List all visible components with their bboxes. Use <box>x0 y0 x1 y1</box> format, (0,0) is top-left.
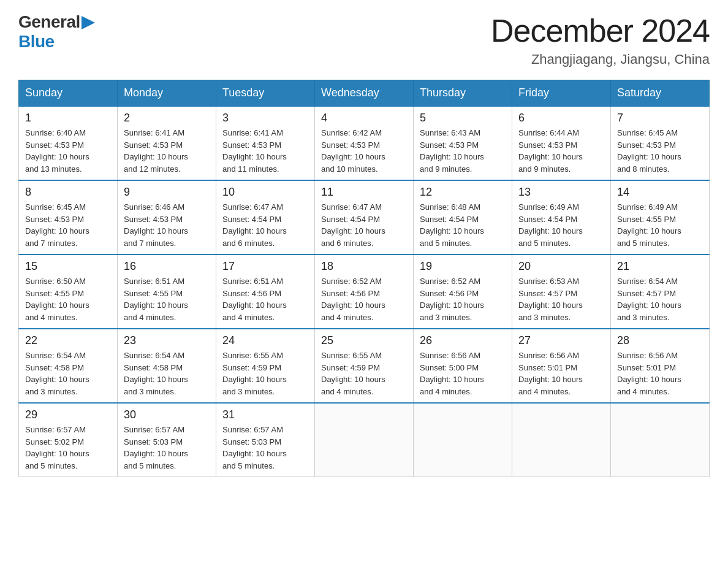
calendar-cell: 13 Sunrise: 6:49 AM Sunset: 4:54 PM Dayl… <box>512 180 611 255</box>
week-row-4: 22 Sunrise: 6:54 AM Sunset: 4:58 PM Dayl… <box>19 329 710 403</box>
logo-general-text: General <box>18 12 80 32</box>
day-detail: Sunrise: 6:51 AM Sunset: 4:55 PM Dayligh… <box>124 275 210 323</box>
calendar-cell: 9 Sunrise: 6:46 AM Sunset: 4:53 PM Dayli… <box>118 180 216 255</box>
calendar-cell: 2 Sunrise: 6:41 AM Sunset: 4:53 PM Dayli… <box>118 106 216 180</box>
day-number: 13 <box>518 186 604 199</box>
day-detail: Sunrise: 6:52 AM Sunset: 4:56 PM Dayligh… <box>321 275 407 323</box>
calendar-cell: 15 Sunrise: 6:50 AM Sunset: 4:55 PM Dayl… <box>19 255 118 329</box>
calendar-cell: 12 Sunrise: 6:48 AM Sunset: 4:54 PM Dayl… <box>414 180 512 255</box>
day-detail: Sunrise: 6:49 AM Sunset: 4:54 PM Dayligh… <box>518 201 604 249</box>
logo-arrow-icon <box>82 16 95 29</box>
calendar-cell: 3 Sunrise: 6:41 AM Sunset: 4:53 PM Dayli… <box>216 106 315 180</box>
day-detail: Sunrise: 6:41 AM Sunset: 4:53 PM Dayligh… <box>222 127 308 175</box>
day-number: 3 <box>222 112 308 124</box>
day-detail: Sunrise: 6:40 AM Sunset: 4:53 PM Dayligh… <box>25 127 111 175</box>
day-detail: Sunrise: 6:44 AM Sunset: 4:53 PM Dayligh… <box>518 127 604 175</box>
day-detail: Sunrise: 6:51 AM Sunset: 4:56 PM Dayligh… <box>222 275 308 323</box>
calendar-cell: 1 Sunrise: 6:40 AM Sunset: 4:53 PM Dayli… <box>19 106 118 180</box>
day-number: 21 <box>617 260 703 273</box>
header-thursday: Thursday <box>414 80 512 107</box>
calendar-cell: 14 Sunrise: 6:49 AM Sunset: 4:55 PM Dayl… <box>611 180 710 255</box>
calendar-cell <box>414 403 512 477</box>
day-number: 31 <box>222 408 308 421</box>
week-row-5: 29 Sunrise: 6:57 AM Sunset: 5:02 PM Dayl… <box>19 403 710 477</box>
day-number: 10 <box>222 186 308 199</box>
day-number: 1 <box>25 112 111 124</box>
day-number: 30 <box>124 408 210 421</box>
calendar-cell: 21 Sunrise: 6:54 AM Sunset: 4:57 PM Dayl… <box>611 255 710 329</box>
day-detail: Sunrise: 6:53 AM Sunset: 4:57 PM Dayligh… <box>518 275 604 323</box>
calendar-cell: 22 Sunrise: 6:54 AM Sunset: 4:58 PM Dayl… <box>19 329 118 403</box>
day-number: 24 <box>222 334 308 347</box>
day-number: 22 <box>25 334 111 347</box>
header-sunday: Sunday <box>19 80 118 107</box>
day-number: 8 <box>25 186 111 199</box>
calendar-cell: 25 Sunrise: 6:55 AM Sunset: 4:59 PM Dayl… <box>315 329 414 403</box>
page-header: General Blue December 2024 Zhangjiagang,… <box>18 12 710 67</box>
calendar-cell: 17 Sunrise: 6:51 AM Sunset: 4:56 PM Dayl… <box>216 255 315 329</box>
day-number: 19 <box>420 260 506 273</box>
day-number: 27 <box>518 334 604 347</box>
header-monday: Monday <box>118 80 216 107</box>
calendar-cell: 24 Sunrise: 6:55 AM Sunset: 4:59 PM Dayl… <box>216 329 315 403</box>
svg-marker-0 <box>82 16 95 29</box>
day-number: 11 <box>321 186 407 199</box>
day-number: 20 <box>518 260 604 273</box>
day-detail: Sunrise: 6:43 AM Sunset: 4:53 PM Dayligh… <box>420 127 506 175</box>
calendar-cell: 8 Sunrise: 6:45 AM Sunset: 4:53 PM Dayli… <box>19 180 118 255</box>
calendar-cell: 5 Sunrise: 6:43 AM Sunset: 4:53 PM Dayli… <box>414 106 512 180</box>
day-detail: Sunrise: 6:56 AM Sunset: 5:01 PM Dayligh… <box>617 350 703 397</box>
header-wednesday: Wednesday <box>315 80 414 107</box>
day-detail: Sunrise: 6:45 AM Sunset: 4:53 PM Dayligh… <box>617 127 703 175</box>
week-row-1: 1 Sunrise: 6:40 AM Sunset: 4:53 PM Dayli… <box>19 106 710 180</box>
header-friday: Friday <box>512 80 611 107</box>
day-number: 5 <box>420 112 506 124</box>
calendar-cell: 29 Sunrise: 6:57 AM Sunset: 5:02 PM Dayl… <box>19 403 118 477</box>
day-number: 17 <box>222 260 308 273</box>
calendar-cell: 10 Sunrise: 6:47 AM Sunset: 4:54 PM Dayl… <box>216 180 315 255</box>
calendar-cell: 7 Sunrise: 6:45 AM Sunset: 4:53 PM Dayli… <box>611 106 710 180</box>
day-detail: Sunrise: 6:55 AM Sunset: 4:59 PM Dayligh… <box>222 350 308 397</box>
day-number: 25 <box>321 334 407 347</box>
location-text: Zhangjiagang, Jiangsu, China <box>491 52 710 67</box>
calendar-cell <box>315 403 414 477</box>
day-detail: Sunrise: 6:49 AM Sunset: 4:55 PM Dayligh… <box>617 201 703 249</box>
calendar-cell: 16 Sunrise: 6:51 AM Sunset: 4:55 PM Dayl… <box>118 255 216 329</box>
calendar-cell: 28 Sunrise: 6:56 AM Sunset: 5:01 PM Dayl… <box>611 329 710 403</box>
calendar-cell: 20 Sunrise: 6:53 AM Sunset: 4:57 PM Dayl… <box>512 255 611 329</box>
calendar-cell: 18 Sunrise: 6:52 AM Sunset: 4:56 PM Dayl… <box>315 255 414 329</box>
day-detail: Sunrise: 6:54 AM Sunset: 4:58 PM Dayligh… <box>25 350 111 397</box>
logo-blue-text: Blue <box>18 32 55 52</box>
day-detail: Sunrise: 6:54 AM Sunset: 4:58 PM Dayligh… <box>124 350 210 397</box>
calendar-cell: 26 Sunrise: 6:56 AM Sunset: 5:00 PM Dayl… <box>414 329 512 403</box>
title-section: December 2024 Zhangjiagang, Jiangsu, Chi… <box>491 12 710 67</box>
calendar-table: SundayMondayTuesdayWednesdayThursdayFrid… <box>18 80 710 477</box>
day-number: 15 <box>25 260 111 273</box>
day-detail: Sunrise: 6:47 AM Sunset: 4:54 PM Dayligh… <box>222 201 308 249</box>
day-number: 2 <box>124 112 210 124</box>
day-number: 9 <box>124 186 210 199</box>
day-number: 6 <box>518 112 604 124</box>
day-number: 12 <box>420 186 506 199</box>
week-row-3: 15 Sunrise: 6:50 AM Sunset: 4:55 PM Dayl… <box>19 255 710 329</box>
calendar-cell: 27 Sunrise: 6:56 AM Sunset: 5:01 PM Dayl… <box>512 329 611 403</box>
day-detail: Sunrise: 6:57 AM Sunset: 5:02 PM Dayligh… <box>25 424 111 472</box>
logo: General Blue <box>18 12 95 52</box>
calendar-cell: 19 Sunrise: 6:52 AM Sunset: 4:56 PM Dayl… <box>414 255 512 329</box>
calendar-cell: 23 Sunrise: 6:54 AM Sunset: 4:58 PM Dayl… <box>118 329 216 403</box>
day-number: 14 <box>617 186 703 199</box>
calendar-header-row: SundayMondayTuesdayWednesdayThursdayFrid… <box>19 80 710 107</box>
day-number: 29 <box>25 408 111 421</box>
day-detail: Sunrise: 6:42 AM Sunset: 4:53 PM Dayligh… <box>321 127 407 175</box>
day-detail: Sunrise: 6:50 AM Sunset: 4:55 PM Dayligh… <box>25 275 111 323</box>
day-detail: Sunrise: 6:56 AM Sunset: 5:01 PM Dayligh… <box>518 350 604 397</box>
day-detail: Sunrise: 6:52 AM Sunset: 4:56 PM Dayligh… <box>420 275 506 323</box>
calendar-cell: 30 Sunrise: 6:57 AM Sunset: 5:03 PM Dayl… <box>118 403 216 477</box>
calendar-cell: 6 Sunrise: 6:44 AM Sunset: 4:53 PM Dayli… <box>512 106 611 180</box>
day-detail: Sunrise: 6:57 AM Sunset: 5:03 PM Dayligh… <box>124 424 210 472</box>
day-detail: Sunrise: 6:55 AM Sunset: 4:59 PM Dayligh… <box>321 350 407 397</box>
day-detail: Sunrise: 6:45 AM Sunset: 4:53 PM Dayligh… <box>25 201 111 249</box>
day-number: 16 <box>124 260 210 273</box>
calendar-cell: 4 Sunrise: 6:42 AM Sunset: 4:53 PM Dayli… <box>315 106 414 180</box>
day-detail: Sunrise: 6:46 AM Sunset: 4:53 PM Dayligh… <box>124 201 210 249</box>
